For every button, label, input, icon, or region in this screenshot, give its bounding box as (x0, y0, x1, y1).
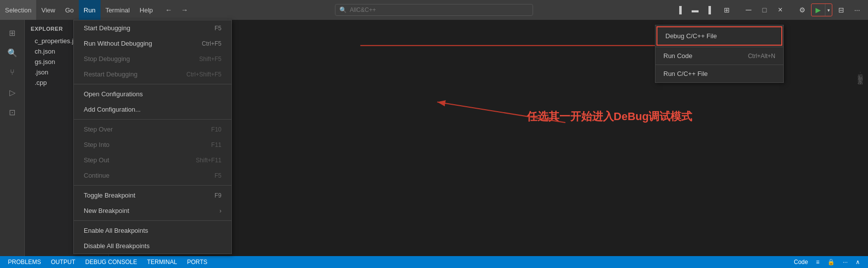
run-menu-toggle-breakpoint[interactable]: Toggle Breakpoint F9 (74, 188, 231, 203)
lock-status[interactable]: 🔒 (825, 259, 837, 266)
menu-view[interactable]: View (36, 0, 60, 20)
debug-icon[interactable]: ▷ (3, 83, 21, 101)
explorer-icon[interactable]: ⊞ (3, 24, 21, 42)
code-line: "o" << endl; (134, 89, 858, 100)
run-menu-continue: Continue F5 (74, 168, 231, 183)
run-button-group: ▶ ▾ (811, 3, 832, 16)
titlebar-right-icons: ▐ ▬ ▌ ⊞ ─ □ × ⚙ ▶ ▾ ⊟ ··· (672, 0, 868, 20)
run-menu-stop-debugging: Stop Debugging Shift+F5 (74, 51, 231, 67)
debug-dropdown: Debug C/C++ File Run Code Ctrl+Alt+N Run… (655, 25, 784, 83)
search-bar: 🔍 (335, 4, 533, 16)
minimize-button[interactable]: ─ (742, 3, 756, 17)
run-menu-new-breakpoint[interactable]: New Breakpoint › (74, 203, 231, 218)
run-menu-enable-all-breakpoints[interactable]: Enable All Breakpoints (74, 223, 231, 238)
nav-back-button[interactable]: ← (162, 3, 176, 17)
problems-tab[interactable]: PROBLEMS (6, 259, 43, 266)
sidebar-right-icon[interactable]: ▌ (704, 3, 718, 17)
run-menu-disable-all-breakpoints[interactable]: Disable All Breakpoints (74, 238, 231, 254)
panel-icon[interactable]: ▬ (688, 3, 702, 17)
debug-console-tab[interactable]: DEBUG CONSOLE (83, 259, 139, 266)
terminal-tab[interactable]: TERMINAL (145, 259, 179, 266)
statusbar-right: Code ≡ 🔒 ··· ∧ (792, 259, 862, 266)
search-sidebar-icon[interactable]: 🔍 (3, 44, 21, 62)
run-menu-dropdown: Start Debugging F5 Run Without Debugging… (73, 20, 232, 254)
code-line: "o" << endl; (134, 100, 858, 110)
menu-help[interactable]: Help (135, 0, 158, 20)
debug-cpp-file-item[interactable]: Debug C/C++ File (656, 26, 782, 46)
sidebar-left-icon[interactable]: ▐ (672, 3, 686, 17)
maximize-button[interactable]: □ (758, 3, 771, 17)
nav-forward-button[interactable]: → (178, 3, 192, 17)
ports-tab[interactable]: PORTS (185, 259, 209, 266)
encoding-status[interactable]: Code (792, 259, 810, 266)
annotation-text: 任选其一开始进入DeBug调试模式 (527, 109, 693, 124)
close-button[interactable]: × (773, 3, 787, 17)
layout-icon[interactable]: ⊞ (720, 3, 734, 17)
run-menu-step-out: Step Out Shift+F11 (74, 152, 231, 168)
menu-go[interactable]: Go (60, 0, 78, 20)
layout2-icon[interactable]: ⊟ (834, 3, 848, 17)
search-input[interactable] (350, 6, 529, 13)
run-cpp-file-item[interactable]: Run C/C++ File (655, 65, 783, 82)
gear-icon[interactable]: ⚙ (795, 3, 809, 17)
run-main-button[interactable]: ▶ (812, 4, 825, 16)
titlebar: Selection View Go Run Terminal Help ← → … (0, 0, 868, 20)
statusbar: PROBLEMS OUTPUT DEBUG CONSOLE TERMINAL P… (0, 256, 868, 268)
menu-bar: Selection View Go Run Terminal Help (0, 0, 158, 20)
run-menu-step-over: Step Over F10 (74, 122, 231, 137)
line-endings-status[interactable]: ≡ (814, 259, 821, 266)
run-menu-step-into: Step Into F11 (74, 137, 231, 152)
run-menu-sep4 (74, 220, 231, 221)
run-menu-restart-debugging: Restart Debugging Ctrl+Shift+F5 (74, 67, 231, 82)
menu-terminal[interactable]: Terminal (101, 0, 135, 20)
source-control-icon[interactable]: ⑂ (3, 64, 21, 81)
menu-selection[interactable]: Selection (0, 0, 36, 20)
more-status[interactable]: ··· (841, 259, 850, 266)
menu-run[interactable]: Run (79, 0, 101, 20)
output-tab[interactable]: OUTPUT (49, 259, 77, 266)
run-menu-sep1 (74, 84, 231, 84)
more-icon[interactable]: ··· (850, 3, 864, 17)
run-code-item[interactable]: Run Code Ctrl+Alt+N (655, 47, 783, 65)
search-icon: 🔍 (339, 6, 347, 13)
run-menu-sep3 (74, 185, 231, 186)
watermark: 监制·宋磊 (857, 69, 864, 76)
run-menu-run-without-debugging[interactable]: Run Without Debugging Ctrl+F5 (74, 36, 231, 51)
extensions-icon[interactable]: ⊡ (3, 103, 21, 121)
run-menu-sep2 (74, 119, 231, 120)
run-menu-add-configuration[interactable]: Add Configuration... (74, 102, 231, 117)
run-menu-open-configurations[interactable]: Open Configurations (74, 86, 231, 102)
chevron-up-status[interactable]: ∧ (854, 259, 862, 266)
activity-bar: ⊞ 🔍 ⑂ ▷ ⊡ (0, 20, 25, 256)
run-chevron-button[interactable]: ▾ (825, 4, 832, 16)
run-menu-start-debugging[interactable]: Start Debugging F5 (74, 20, 231, 36)
